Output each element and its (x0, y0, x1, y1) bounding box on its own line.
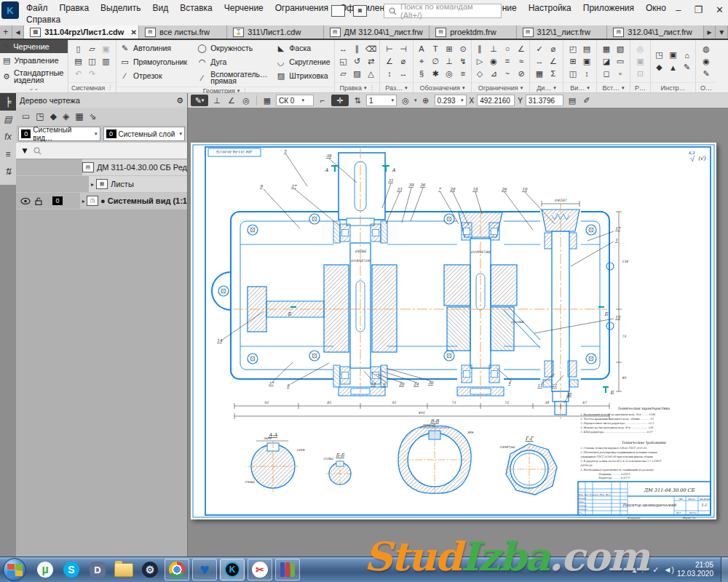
tree-tool-icon[interactable]: ▦ (75, 111, 83, 121)
tool-icon[interactable]: ▣ (581, 55, 593, 67)
tool-icon[interactable]: = (502, 55, 513, 67)
tool-icon[interactable]: ▧ (614, 43, 626, 55)
ruler-icon[interactable]: ▤ (566, 95, 578, 106)
tool-circle[interactable]: ◯Окружность (197, 41, 274, 55)
tool-icon[interactable]: △ (365, 68, 377, 79)
start-button[interactable] (3, 558, 26, 581)
tool-icon[interactable]: ▱ (338, 68, 349, 79)
collapse-chevron-icon[interactable]: ⌄⌄ (0, 86, 68, 92)
tab-document[interactable]: ⌛311\Лист1.cdw (227, 25, 323, 39)
redo-icon[interactable]: ↷ (87, 68, 98, 79)
tool-icon[interactable]: ◍ (700, 43, 712, 55)
tool-hatch[interactable]: ▨Штриховка (275, 69, 333, 83)
show-desktop-button[interactable] (721, 557, 728, 582)
current-layer-select[interactable]: 0 Системный слой ▾ (103, 127, 186, 141)
tool-icon[interactable]: ▫ (614, 68, 626, 79)
tree-item-document[interactable]: ▤ ДМ 311-04.30.00 СБ Ред (16, 159, 187, 176)
steam-taskbar-icon[interactable]: ⚙ (138, 559, 162, 580)
tool-chamfer[interactable]: ◣Фаска (275, 41, 333, 55)
print-icon[interactable]: ▤ (73, 55, 84, 67)
coordinate-system-select[interactable]: СК 0▾ (276, 95, 314, 106)
tool-icon[interactable]: ↔ (397, 68, 409, 79)
tool-icon[interactable]: ◻ (601, 68, 612, 79)
tool-icon[interactable]: ↔ (534, 55, 545, 67)
tree-panel-icon[interactable]: ╞ (0, 93, 16, 111)
tool-icon[interactable]: ∥ (352, 43, 363, 55)
tool-icon[interactable]: ⊞ (567, 55, 579, 67)
tab-document[interactable]: ▤proektdm.frw (430, 25, 516, 39)
skype-taskbar-icon[interactable]: S (60, 559, 83, 580)
tool-icon[interactable]: ▲ (668, 62, 679, 73)
tree-item-system-view[interactable]: 0 ▸ ◳ ● Системный вид (1:1 (16, 193, 187, 210)
menu-applications[interactable]: Приложения (579, 2, 638, 14)
snipping-tool-taskbar-icon[interactable]: ✂ (248, 559, 272, 581)
tool-icon[interactable]: ○ (502, 43, 513, 55)
kompas-taskbar-icon[interactable]: K (220, 559, 245, 581)
tool-icon[interactable]: ⌖ (416, 55, 427, 67)
save-icon[interactable]: ▣ (100, 43, 112, 55)
tool-auxiliary-line[interactable]: ∕Вспомогатель… прямая (197, 69, 274, 87)
tool-icon[interactable]: ▭ (614, 55, 626, 67)
tool-icon[interactable]: ✱ (430, 68, 441, 79)
panel-gear-icon[interactable]: ⚙ (176, 96, 183, 105)
tool-icon[interactable]: ⇄ (365, 55, 377, 67)
tool-icon[interactable]: ◎ (635, 43, 646, 55)
corner-icon[interactable]: ⌐ (317, 95, 328, 106)
tool-icon[interactable]: ◆ (654, 62, 665, 73)
tool-icon[interactable]: Σ (547, 68, 559, 79)
menu-insert[interactable]: Вставка (175, 2, 217, 14)
tool-icon[interactable]: ∥ (474, 43, 486, 55)
menu-window[interactable]: Окно (641, 2, 670, 14)
parameters-panel-icon[interactable]: ▤ (0, 111, 16, 128)
tree-item-sheets[interactable]: ▸ ▦ Листы (16, 176, 187, 193)
tool-icon[interactable]: ↯ (457, 55, 469, 67)
tool-rectangle[interactable]: ▭Прямоугольник (119, 55, 195, 69)
tool-icon[interactable]: ◎ (443, 68, 455, 79)
tool-icon[interactable]: ↺ (352, 55, 363, 67)
menu-file[interactable]: Файл (22, 2, 52, 14)
tool-icon[interactable]: ▣ (635, 55, 646, 67)
tool-icon[interactable]: ▨ (352, 68, 363, 79)
tray-volume-icon[interactable]: ◄) (663, 565, 674, 574)
menu-constraints[interactable]: Ограничения (271, 2, 333, 14)
rounding-button[interactable]: ✛ (331, 95, 349, 106)
explorer-taskbar-icon[interactable] (112, 559, 135, 580)
taskbar-clock[interactable]: 21:05 12.03.2020 (677, 561, 721, 578)
tool-icon[interactable]: ▦ (601, 43, 612, 55)
tool-icon[interactable]: ⊞ (443, 43, 455, 55)
window-layout-icon[interactable] (331, 5, 345, 17)
tool-icon[interactable]: ▦ (534, 68, 545, 79)
layer-select[interactable]: 1▾ (366, 95, 397, 106)
tool-icon[interactable]: ◱ (338, 55, 349, 67)
tab-scroll-right[interactable]: ▸ (704, 25, 716, 39)
tool-icon[interactable]: T (430, 43, 441, 55)
tool-segment[interactable]: ∕Отрезок (119, 69, 195, 83)
unlock-icon[interactable] (35, 197, 42, 205)
tab-list-button[interactable]: ▾ (716, 25, 728, 39)
tool-icon[interactable]: ~ (502, 68, 513, 79)
menu-edit[interactable]: Правка (55, 2, 94, 14)
filter-funnel-icon[interactable]: ▼ (20, 146, 29, 156)
expand-arrow-icon[interactable]: ▸ (80, 198, 87, 204)
tool-icon[interactable]: ▣ (668, 49, 679, 61)
tool-autoline[interactable]: ✎Автолиния (119, 41, 195, 55)
tool-icon[interactable]: § (416, 68, 427, 79)
tool-icon[interactable]: ⊥ (488, 43, 499, 55)
tool-icon[interactable]: ◫ (567, 68, 579, 79)
menu-select[interactable]: Выделить (96, 2, 145, 14)
tool-icon[interactable]: ↕ (384, 68, 395, 79)
tool-fillet[interactable]: ◡Скругление (275, 55, 333, 69)
winrar-taskbar-icon[interactable] (275, 559, 300, 581)
tool-icon[interactable]: ⌂ (681, 49, 693, 61)
new-tab-button[interactable]: + (0, 25, 12, 39)
tool-icon[interactable]: ◉ (700, 55, 712, 67)
tool-arc[interactable]: ◠Дуга (197, 55, 274, 69)
utorrent-taskbar-icon[interactable]: µ (33, 559, 57, 580)
tab-document[interactable]: ▤ДМ 312.04\1_лист.frw (324, 25, 430, 39)
tool-icon[interactable]: ⊙ (457, 43, 469, 55)
tool-icon[interactable]: ◉ (488, 55, 499, 67)
variables-panel-icon[interactable]: fx (0, 128, 16, 146)
tool-icon[interactable]: ≈ (515, 55, 527, 67)
tab-close-icon[interactable]: ✕ (130, 28, 136, 36)
save-as-icon[interactable]: ▥ (100, 55, 112, 67)
